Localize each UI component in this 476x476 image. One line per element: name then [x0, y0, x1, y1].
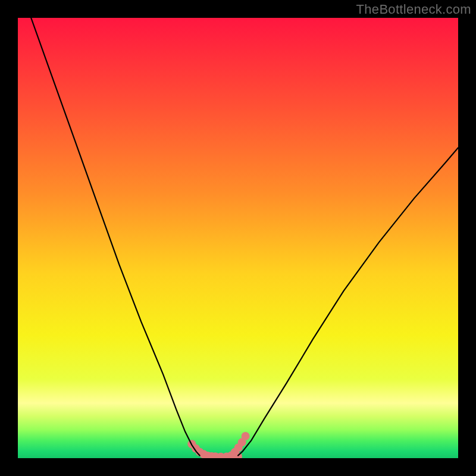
- gradient-background: [18, 18, 458, 458]
- plot-area: [18, 18, 458, 458]
- chart-frame: TheBottleneck.com: [0, 0, 476, 476]
- bottleneck-chart: [18, 18, 458, 458]
- right-dash-dot: [242, 432, 250, 440]
- watermark-label: TheBottleneck.com: [356, 2, 471, 17]
